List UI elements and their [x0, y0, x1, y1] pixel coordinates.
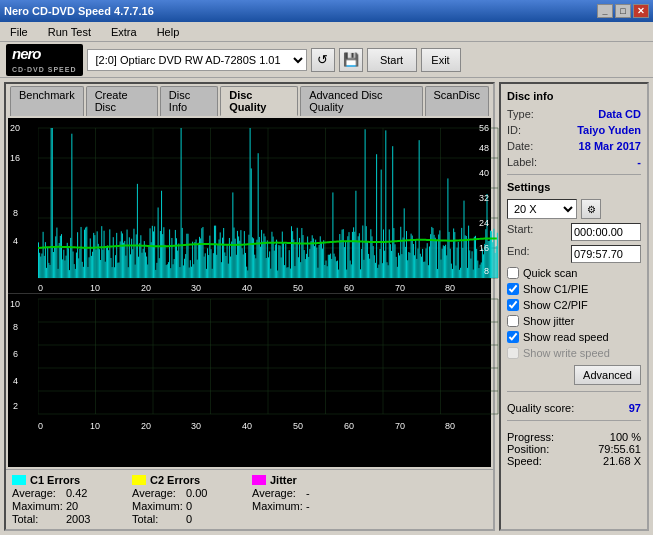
c2-header: C2 Errors — [132, 474, 232, 486]
show-c2pif-row: Show C2/PIF — [507, 299, 641, 311]
c1-stats: C1 Errors Average: 0.42 Maximum: 20 Tota… — [12, 474, 112, 525]
x-label-50-bot: 50 — [293, 421, 303, 431]
jitter-max-label: Maximum: — [252, 500, 302, 512]
close-button[interactable]: ✕ — [633, 4, 649, 18]
exit-button[interactable]: Exit — [421, 48, 461, 72]
start-input[interactable] — [571, 223, 641, 241]
speed-row-2: Speed: 21.68 X — [507, 455, 641, 467]
tab-benchmark[interactable]: Benchmark — [10, 86, 84, 116]
reload-icon-button[interactable]: ↺ — [311, 48, 335, 72]
progress-value: 100 % — [610, 431, 641, 443]
tab-create-disc[interactable]: Create Disc — [86, 86, 158, 116]
jitter-label: Jitter — [270, 474, 297, 486]
menu-help[interactable]: Help — [151, 24, 186, 40]
bottom-chart — [38, 294, 508, 424]
minimize-button[interactable]: _ — [597, 4, 613, 18]
x-label-10-top: 10 — [90, 283, 100, 293]
x-label-30-bot: 30 — [191, 421, 201, 431]
x-label-70-top: 70 — [395, 283, 405, 293]
nero-logo: nero CD·DVD SPEED — [6, 44, 83, 76]
c2-label: C2 Errors — [150, 474, 200, 486]
save-icon-button[interactable]: 💾 — [339, 48, 363, 72]
x-label-50-top: 50 — [293, 283, 303, 293]
speed-selector[interactable]: 20 X — [507, 199, 577, 219]
maximize-button[interactable]: □ — [615, 4, 631, 18]
speed-row: 20 X ⚙ — [507, 199, 641, 219]
position-value: 79:55.61 — [598, 443, 641, 455]
c2-total-label: Total: — [132, 513, 182, 525]
show-read-speed-checkbox[interactable] — [507, 331, 519, 343]
y-label-bot-2: 2 — [13, 401, 18, 411]
disc-info-title: Disc info — [507, 90, 641, 102]
y-right-label-32: 32 — [479, 193, 489, 203]
speed-label: Speed: — [507, 455, 542, 467]
end-row: End: — [507, 245, 641, 263]
show-c1pie-row: Show C1/PIE — [507, 283, 641, 295]
quality-row: Quality score: 97 — [507, 402, 641, 414]
start-button[interactable]: Start — [367, 48, 417, 72]
c2-avg-value: 0.00 — [186, 487, 207, 499]
menu-file[interactable]: File — [4, 24, 34, 40]
disc-label-value: - — [637, 156, 641, 168]
progress-label: Progress: — [507, 431, 554, 443]
menu-extra[interactable]: Extra — [105, 24, 143, 40]
x-label-60-bot: 60 — [344, 421, 354, 431]
type-label: Type: — [507, 108, 534, 120]
title-bar: Nero CD-DVD Speed 4.7.7.16 _ □ ✕ — [0, 0, 653, 22]
show-jitter-row: Show jitter — [507, 315, 641, 327]
c2-max-row: Maximum: 0 — [132, 500, 232, 512]
c1-avg-row: Average: 0.42 — [12, 487, 112, 499]
toolbar: nero CD·DVD SPEED [2:0] Optiarc DVD RW A… — [0, 42, 653, 78]
x-label-80-top: 80 — [445, 283, 455, 293]
x-label-40-top: 40 — [242, 283, 252, 293]
divider-3 — [507, 420, 641, 421]
c1-header: C1 Errors — [12, 474, 112, 486]
c2-avg-label: Average: — [132, 487, 182, 499]
show-read-speed-row: Show read speed — [507, 331, 641, 343]
c2-stats: C2 Errors Average: 0.00 Maximum: 0 Total… — [132, 474, 232, 525]
right-panel: Disc info Type: Data CD ID: Taiyo Yuden … — [499, 82, 649, 531]
jitter-max-row: Maximum: - — [252, 500, 352, 512]
divider-2 — [507, 391, 641, 392]
y-label-bot-4: 4 — [13, 376, 18, 386]
y-label-bot-10: 10 — [10, 299, 20, 309]
y-label-top-4: 4 — [13, 236, 18, 246]
y-right-label-40: 40 — [479, 168, 489, 178]
x-label-20-top: 20 — [141, 283, 151, 293]
x-label-20-bot: 20 — [141, 421, 151, 431]
title-bar-title: Nero CD-DVD Speed 4.7.7.16 — [4, 5, 154, 17]
tab-advanced-disc-quality[interactable]: Advanced Disc Quality — [300, 86, 422, 116]
tab-scan-disc[interactable]: ScanDisc — [425, 86, 489, 116]
y-right-label-16: 16 — [479, 243, 489, 253]
end-input[interactable] — [571, 245, 641, 263]
quick-scan-checkbox[interactable] — [507, 267, 519, 279]
drive-selector[interactable]: [2:0] Optiarc DVD RW AD-7280S 1.01 — [87, 49, 307, 71]
end-label: End: — [507, 245, 530, 263]
label-row: Label: - — [507, 156, 641, 168]
settings-icon-button[interactable]: ⚙ — [581, 199, 601, 219]
x-label-60-top: 60 — [344, 283, 354, 293]
menu-run-test[interactable]: Run Test — [42, 24, 97, 40]
date-value: 18 Mar 2017 — [579, 140, 641, 152]
type-row: Type: Data CD — [507, 108, 641, 120]
position-label: Position: — [507, 443, 549, 455]
id-label: ID: — [507, 124, 521, 136]
advanced-button[interactable]: Advanced — [574, 365, 641, 385]
quality-score-label: Quality score: — [507, 402, 574, 414]
show-write-speed-label: Show write speed — [523, 347, 610, 359]
c2-total-row: Total: 0 — [132, 513, 232, 525]
c2-max-label: Maximum: — [132, 500, 182, 512]
tab-disc-quality[interactable]: Disc Quality — [220, 86, 298, 116]
tab-disc-info[interactable]: Disc Info — [160, 86, 218, 116]
jitter-avg-label: Average: — [252, 487, 302, 499]
show-c2pif-checkbox[interactable] — [507, 299, 519, 311]
menu-bar: File Run Test Extra Help — [0, 22, 653, 42]
show-c1pie-checkbox[interactable] — [507, 283, 519, 295]
id-value: Taiyo Yuden — [577, 124, 641, 136]
show-jitter-checkbox[interactable] — [507, 315, 519, 327]
c1-label: C1 Errors — [30, 474, 80, 486]
date-row: Date: 18 Mar 2017 — [507, 140, 641, 152]
y-label-bot-6: 6 — [13, 349, 18, 359]
show-jitter-label: Show jitter — [523, 315, 574, 327]
y-right-label-8: 8 — [484, 266, 489, 276]
